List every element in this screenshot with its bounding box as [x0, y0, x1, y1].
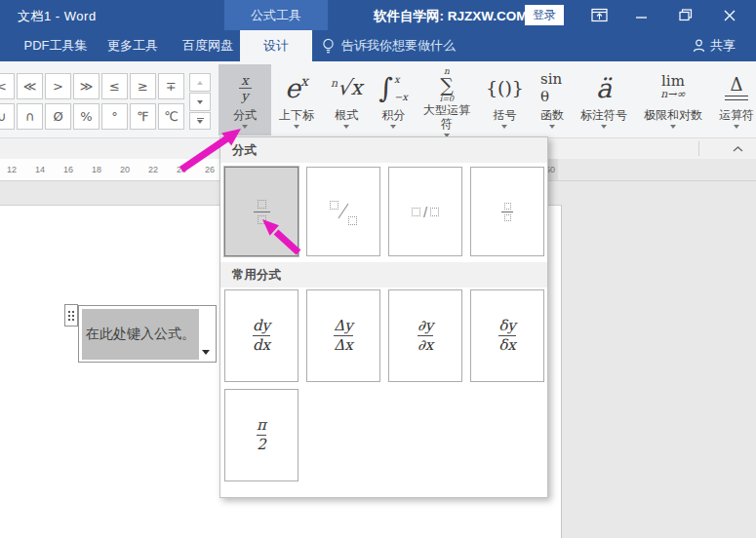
symbol-cell[interactable]: ∪ — [0, 103, 15, 130]
fraction-template-skewed[interactable] — [306, 167, 380, 256]
script-icon: ex — [285, 67, 308, 108]
partial-glyph: ∂y∂x — [418, 318, 433, 354]
symbol-cell[interactable]: ≤ — [101, 73, 128, 99]
document-title: 文档1 - Word — [18, 8, 97, 25]
ruler-number: 20 — [117, 159, 133, 180]
script-button[interactable]: ex 上下标 — [274, 64, 319, 135]
ribbon-tab-bar: PDF工具集 更多工具 百度网盘 设计 告诉我你想要做什么 共享 — [0, 30, 756, 61]
integral-button[interactable]: ∫ x−x 积分 — [374, 64, 413, 135]
function-icon: sin θ — [540, 67, 564, 108]
person-icon — [693, 39, 705, 53]
operator-icon: Δ — [725, 67, 748, 108]
share-label: 共享 — [710, 37, 736, 55]
common-fraction-dydx[interactable]: dydx — [224, 289, 298, 382]
section-header-fraction: 分式 — [220, 137, 547, 163]
ruler-number: 22 — [145, 159, 161, 180]
common-fraction-smalldelta[interactable]: δyδx — [470, 289, 544, 382]
integral-icon: ∫ x−x — [378, 67, 408, 108]
restore-window-icon[interactable] — [669, 0, 702, 30]
title-bar: 文档1 - Word 公式工具 软件自学网: RJZXW.COM 登录 — [0, 0, 756, 30]
lightbulb-icon — [322, 38, 335, 55]
fraction-label: 分式 — [233, 108, 257, 122]
limit-log-button[interactable]: limn→∞ 极限和对数 — [639, 64, 707, 135]
fraction-icon: xy — [239, 67, 252, 108]
radical-icon: n√x — [331, 67, 362, 108]
common-fraction-delta[interactable]: ΔyΔx — [306, 289, 380, 382]
linear-fraction-glyph: / — [412, 204, 439, 220]
common-fraction-partial[interactable]: ∂y∂x — [388, 289, 462, 382]
limit-icon: limn→∞ — [660, 67, 685, 108]
radical-button[interactable]: n√x 根式 — [326, 64, 367, 135]
ruler-number: 18 — [89, 159, 104, 180]
fraction-dropdown-caret[interactable] — [242, 125, 248, 129]
divider — [698, 141, 699, 156]
dydx-glyph: dydx — [253, 318, 270, 354]
ruler-number: 24 — [174, 159, 189, 180]
symbol-cell[interactable]: ≪ — [17, 73, 43, 99]
tab-baidu-drive[interactable]: 百度网盘 — [174, 30, 242, 61]
gallery-more-icon[interactable] — [189, 112, 211, 130]
pi-over-2-glyph: π2 — [257, 417, 266, 453]
ruler-number: 16 — [60, 159, 76, 180]
section-header-common: 常用分式 — [220, 262, 547, 288]
symbol-cell[interactable]: ≥ — [130, 73, 156, 99]
large-operator-icon: n∑i=0 — [440, 67, 454, 103]
symbol-cell[interactable]: ∩ — [17, 103, 43, 130]
fraction-button[interactable]: xy 分式 — [219, 64, 271, 135]
ruler-number: 14 — [32, 159, 48, 180]
login-button[interactable]: 登录 — [525, 5, 564, 25]
symbol-cell[interactable]: ℉ — [130, 103, 156, 130]
symbol-cell[interactable]: < — [0, 73, 15, 99]
accent-button[interactable]: ä 标注符号 — [576, 64, 632, 135]
bracket-button[interactable]: {()} 括号 — [481, 64, 529, 135]
tell-me-box[interactable]: 告诉我你想要做什么 — [322, 30, 456, 61]
contextual-tab-group: 公式工具 — [224, 0, 328, 30]
symbol-cell[interactable]: ℃ — [158, 103, 184, 130]
symbol-cell[interactable]: ≫ — [73, 73, 99, 99]
tab-more-tools[interactable]: 更多工具 — [100, 30, 165, 61]
gallery-scroll-up-icon[interactable] — [189, 73, 211, 92]
delta-glyph: ΔyΔx — [334, 318, 352, 354]
tab-design-active[interactable]: 设计 — [240, 30, 312, 61]
equation-placeholder-text: 在此处键入公式。 — [82, 326, 195, 343]
symbol-cell[interactable]: ° — [101, 103, 128, 130]
ruler-number: 12 — [4, 159, 20, 180]
small-delta-glyph: δyδx — [498, 318, 516, 354]
small-fraction-glyph — [501, 203, 513, 221]
share-button[interactable]: 共享 — [693, 30, 736, 61]
symbol-cell[interactable]: > — [45, 73, 71, 99]
fraction-dropdown-panel: 分式 / 常用分式 dydx ΔyΔx ∂y∂x δyδx — [219, 136, 548, 498]
equation-dropdown-icon[interactable] — [198, 345, 214, 360]
close-icon[interactable] — [713, 0, 746, 30]
equation-placeholder-box[interactable]: 在此处键入公式。 — [78, 305, 217, 363]
symbol-cell[interactable]: % — [73, 103, 99, 130]
operator-button[interactable]: Δ 运算符 — [714, 64, 756, 135]
collapse-ribbon-icon[interactable] — [728, 142, 747, 156]
fraction-template-small[interactable] — [470, 167, 544, 256]
tell-me-label: 告诉我你想要做什么 — [341, 37, 456, 55]
ruler-number: 26 — [202, 159, 218, 180]
ribbon-display-options-icon[interactable] — [582, 0, 616, 30]
minimize-icon[interactable] — [625, 0, 658, 30]
equation-placeholder-fill: 在此处键入公式。 — [82, 309, 199, 360]
accent-icon: ä — [596, 67, 612, 108]
large-operator-button[interactable]: n∑i=0 大型运算符 — [419, 64, 474, 135]
tab-pdf-tools[interactable]: PDF工具集 — [18, 30, 94, 61]
fraction-template-stacked[interactable] — [224, 167, 298, 256]
symbol-cell[interactable]: ∓ — [158, 73, 184, 99]
stacked-fraction-glyph — [254, 200, 270, 224]
equation-structures-group: ex 上下标 n√x 根式 ∫ x−x 积分 n∑i=0 大型运算符 {()} … — [274, 64, 756, 135]
symbol-cell[interactable]: Ø — [45, 103, 71, 130]
function-button[interactable]: sin θ 函数 — [536, 64, 569, 135]
fraction-template-linear[interactable]: / — [388, 167, 462, 256]
promo-text: 软件自学网: RJZXW.COM — [374, 8, 528, 25]
gallery-scroll-down-icon[interactable] — [189, 93, 211, 111]
word-window: 文档1 - Word 公式工具 软件自学网: RJZXW.COM 登录 PDF工… — [0, 0, 756, 538]
bracket-icon: {()} — [486, 67, 524, 108]
skewed-fraction-glyph — [327, 196, 360, 227]
common-fraction-pi2[interactable]: π2 — [224, 389, 298, 481]
equation-move-handle[interactable] — [64, 304, 78, 327]
